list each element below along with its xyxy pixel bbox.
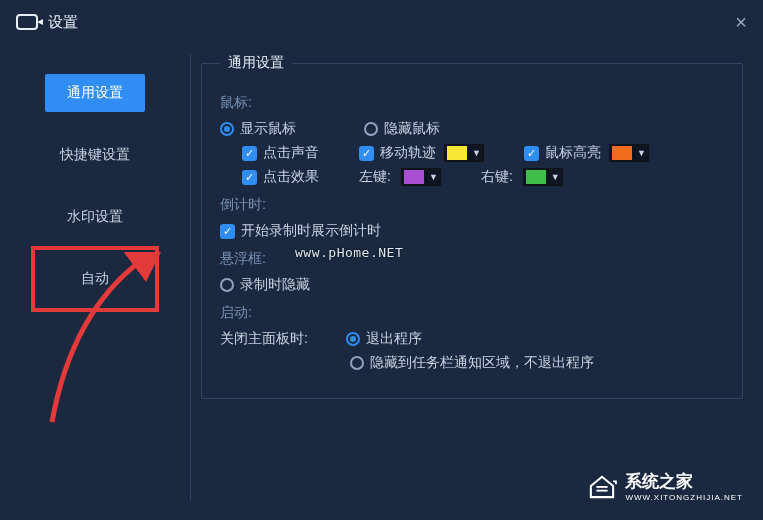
floating-section-label: 悬浮框: [220,250,724,268]
general-group: 通用设置 鼠标: 显示鼠标 隐藏鼠标 点击声音 [201,54,743,399]
radio-label: 隐藏到任务栏通知区域，不退出程序 [370,354,594,372]
close-panel-label: 关闭主面板时: [220,330,308,348]
checkbox-icon [220,224,235,239]
radio-label: 隐藏鼠标 [384,120,440,138]
radio-dot-icon [364,122,378,136]
startup-section-label: 启动: [220,304,724,322]
color-swatch [612,146,632,160]
close-icon[interactable]: × [735,12,747,32]
group-legend: 通用设置 [220,54,292,72]
mouse-section-label: 鼠标: [220,94,724,112]
color-swatch [404,170,424,184]
checkbox-icon [242,170,257,185]
check-move-trail[interactable]: 移动轨迹 [359,144,436,162]
check-click-sound[interactable]: 点击声音 [242,144,319,162]
titlebar: 设置 × [0,0,763,44]
radio-label: 录制时隐藏 [240,276,310,294]
radio-hide-on-record[interactable]: 录制时隐藏 [220,276,310,294]
radio-exit[interactable]: 退出程序 [346,330,422,348]
check-label: 点击声音 [263,144,319,162]
check-label: 点击效果 [263,168,319,186]
radio-label: 显示鼠标 [240,120,296,138]
radio-label: 退出程序 [366,330,422,348]
chevron-down-icon: ▼ [469,145,483,161]
camera-icon [16,14,38,30]
sidebar: 通用设置 快捷键设置 水印设置 自动 [0,44,190,520]
content-pane: 通用设置 鼠标: 显示鼠标 隐藏鼠标 点击声音 [191,44,763,520]
chevron-down-icon: ▼ [634,145,648,161]
radio-tray[interactable]: 隐藏到任务栏通知区域，不退出程序 [350,354,594,372]
chevron-down-icon: ▼ [548,169,562,185]
check-click-effect[interactable]: 点击效果 [242,168,319,186]
radio-dot-icon [220,122,234,136]
color-picker-trail[interactable]: ▼ [444,144,484,162]
countdown-section-label: 倒计时: [220,196,724,214]
sidebar-item-watermark[interactable]: 水印设置 [45,198,145,236]
radio-dot-icon [220,278,234,292]
color-swatch [447,146,467,160]
color-picker-right[interactable]: ▼ [523,168,563,186]
sidebar-item-general[interactable]: 通用设置 [45,74,145,112]
color-swatch [526,170,546,184]
check-label: 开始录制时展示倒计时 [241,222,381,240]
right-button-label: 右键: [481,168,513,186]
checkbox-icon [524,146,539,161]
radio-dot-icon [346,332,360,346]
left-button-label: 左键: [359,168,391,186]
color-picker-highlight[interactable]: ▼ [609,144,649,162]
check-label: 鼠标高亮 [545,144,601,162]
checkbox-icon [242,146,257,161]
window-title: 设置 [48,13,78,32]
radio-hide-mouse[interactable]: 隐藏鼠标 [364,120,440,138]
sidebar-item-shortcuts[interactable]: 快捷键设置 [45,136,145,174]
check-mouse-highlight[interactable]: 鼠标高亮 [524,144,601,162]
check-start-countdown[interactable]: 开始录制时展示倒计时 [220,222,381,240]
radio-show-mouse[interactable]: 显示鼠标 [220,120,296,138]
color-picker-left[interactable]: ▼ [401,168,441,186]
checkbox-icon [359,146,374,161]
chevron-down-icon: ▼ [426,169,440,185]
check-label: 移动轨迹 [380,144,436,162]
sidebar-item-auto[interactable]: 自动 [45,260,145,298]
radio-dot-icon [350,356,364,370]
